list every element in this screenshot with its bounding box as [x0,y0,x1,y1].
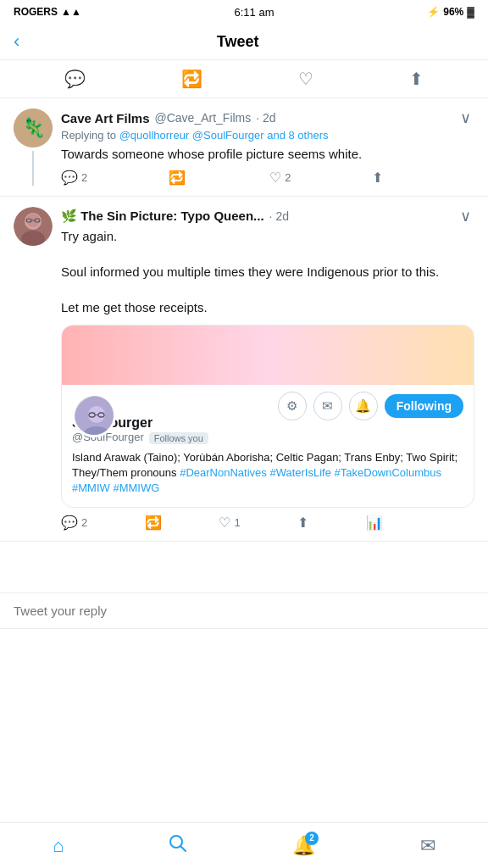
tweet-2-meta: 🌿 The Sin Picture: Typo Queen... · 2d [61,209,289,224]
tweet-2-share-icon: ⬆ [297,515,308,531]
tweet-1-like-count: 2 [285,171,291,184]
tweet-2-share-action[interactable]: ⬆ [297,515,308,531]
tweet-1-time: · 2d [256,111,275,125]
nav-notifications[interactable]: 🔔 2 [292,835,315,857]
tweet-1-header: Cave Art Films @Cave_Art_Films · 2d ∨ [61,108,474,127]
hashtag-5[interactable]: #MMIWG [113,481,159,494]
profile-card-bio: Island Arawak (Taino); Yorùbán Aborisha;… [72,450,463,497]
hashtag-1[interactable]: #DearNonNatives [180,466,267,479]
tweet-1-content: Cave Art Films @Cave_Art_Films · 2d ∨ Re… [61,108,474,186]
battery-icon: ▓ [467,6,474,18]
comment-action-icon[interactable]: 💬 [64,69,86,89]
nav-home[interactable]: ⌂ [53,835,64,857]
tweet-2-menu[interactable]: ∨ [457,207,474,225]
tweet-1-menu[interactable]: ∨ [457,108,474,127]
tweet-2-username: 🌿 The Sin Picture: Typo Queen... [61,209,264,224]
tweet-1-reply-icon: 💬 [61,170,78,186]
tweet-1-text: Towards someone whose profile picture se… [61,145,474,163]
profile-bell-button[interactable]: 🔔 [349,392,378,420]
tweet-2: 🌿 The Sin Picture: Typo Queen... · 2d ∨ … [0,197,488,542]
tweet-1-reply-action[interactable]: 💬 2 [61,170,87,186]
retweet-action-icon[interactable]: 🔁 [181,69,202,89]
tweet-1-handle: @Cave_Art_Films [154,111,251,125]
page-title: Tweet [33,33,442,51]
hashtag-3[interactable]: #TakeDownColumbus [335,466,441,479]
tweet-2-like-count: 1 [234,516,240,529]
tweet-1-like-action[interactable]: ♡ 2 [269,170,291,186]
tweet-1-reply-to: Replying to @quollhorreur @SoulFourger a… [61,129,474,142]
tweet-2-text: Try again. Soul informed you multiple ti… [61,227,474,316]
status-left: ROGERS ▲▲ [14,6,81,18]
carrier-text: ROGERS [14,6,58,18]
tweet-2-reply-count: 2 [81,516,87,529]
profile-card-actions: ⚙ ✉ 🔔 Following [62,385,474,427]
tweet-2-retweet-action[interactable]: 🔁 [145,515,162,531]
gear-icon: ⚙ [286,398,297,414]
tweet-1-reply-count: 2 [81,171,87,184]
nav-bar: ‹ Tweet [0,24,488,60]
reply-to-link-others[interactable]: and 8 others [264,129,329,142]
tweet-1-share-action[interactable]: ⬆ [372,170,383,186]
tweet-2-like-icon: ♡ [219,515,230,531]
following-button[interactable]: Following [385,394,463,418]
wifi-icon: ▲▲ [61,6,81,18]
avatar-sin-picture[interactable] [14,207,53,246]
bottom-nav: ⌂ 🔔 2 ✉ [0,822,488,868]
tweet-1-like-icon: ♡ [269,170,281,186]
profile-card-body: SoulFourger @SoulFourger Follows you Isl… [62,415,474,507]
profile-card: ⚙ ✉ 🔔 Following SoulFourger @Sou [61,325,474,508]
back-button[interactable]: ‹ [14,31,19,53]
thread-line-1 [32,151,34,186]
tweet-1-actions: 💬 2 🔁 ♡ 2 ⬆ [61,170,383,186]
battery-text: 96% [443,6,463,18]
profile-card-avatar [72,393,116,437]
tweet-1-username: Cave Art Films [61,111,149,125]
reply-input[interactable] [14,604,474,618]
tweet-2-analytics-icon: 📊 [366,515,383,531]
status-bar: ROGERS ▲▲ 6:11 am ⚡ 96% ▓ [0,0,488,24]
tweet-2-reply-action[interactable]: 💬 2 [61,515,87,531]
profile-card-transition: ⚙ ✉ 🔔 Following [62,385,474,415]
home-icon: ⌂ [53,835,64,857]
nav-mail[interactable]: ✉ [420,835,435,857]
notification-badge: 2 [305,832,319,845]
like-action-icon[interactable]: ♡ [298,69,313,89]
tweet-2-time: · 2d [269,209,289,223]
mail-nav-icon: ✉ [420,835,435,857]
tweet-2-left [14,207,53,531]
mail-icon: ✉ [322,398,333,414]
tweet-1-retweet-icon: 🔁 [169,170,186,186]
reply-bar [0,593,488,629]
reply-to-link-1[interactable]: @quollhorreur @SoulFourger [119,129,264,142]
profile-mail-button[interactable]: ✉ [313,392,342,420]
tweet-1: 🦎 Cave Art Films @Cave_Art_Films · 2d ∨ … [0,98,488,197]
tweet-2-retweet-icon: 🔁 [145,515,162,531]
svg-text:🦎: 🦎 [22,116,46,139]
nav-search[interactable] [169,834,187,858]
hashtag-2[interactable]: #WaterIsLife [269,466,331,479]
profile-card-banner [62,326,474,385]
tweet-1-share-icon: ⬆ [372,170,383,186]
tweets-container: 🦎 Cave Art Films @Cave_Art_Films · 2d ∨ … [0,98,488,593]
bell-icon: 🔔 [355,398,371,414]
action-bar: 💬 🔁 ♡ ⬆ [0,60,488,98]
tweet-2-header: 🌿 The Sin Picture: Typo Queen... · 2d ∨ [61,207,474,225]
tweet-2-reply-icon: 💬 [61,515,78,531]
tweet-1-meta: Cave Art Films @Cave_Art_Films · 2d [61,111,276,125]
search-icon [169,834,187,858]
tweet-2-actions: 💬 2 🔁 ♡ 1 ⬆ 📊 [61,515,383,531]
bluetooth-icon: ⚡ [427,6,440,18]
svg-line-16 [181,846,186,851]
tweet-1-left: 🦎 [14,108,53,186]
profile-gear-button[interactable]: ⚙ [278,392,307,420]
follows-you-badge: Follows you [149,432,208,444]
status-right: ⚡ 96% ▓ [427,6,474,18]
tweet-1-retweet-action[interactable]: 🔁 [169,170,189,186]
hashtag-4[interactable]: #MMIW [72,481,110,494]
tweet-2-content: 🌿 The Sin Picture: Typo Queen... · 2d ∨ … [61,207,474,531]
tweet-2-like-action[interactable]: ♡ 1 [219,515,240,531]
avatar-cave-art-films[interactable]: 🦎 [14,108,53,147]
tweet-2-analytics-action[interactable]: 📊 [366,515,383,531]
status-time: 6:11 am [235,6,274,19]
share-action-icon[interactable]: ⬆ [409,69,424,89]
